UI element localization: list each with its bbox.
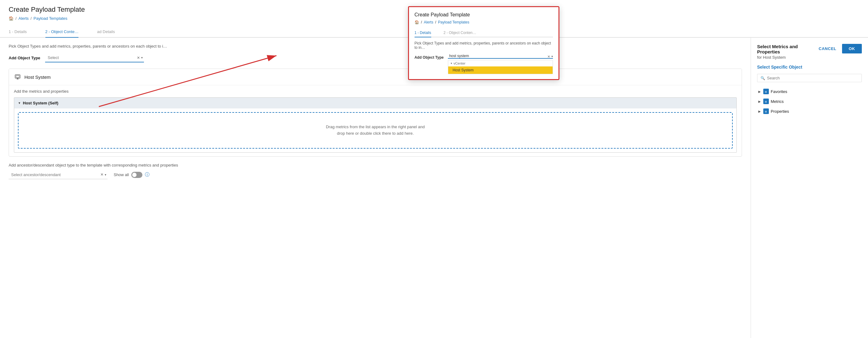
metrics-section: Add the metrics and properties ▾ Host Sy… [9, 85, 742, 156]
add-object-type-row: Add Object Type ✕ ▾ [9, 54, 742, 62]
self-accordion: ▾ Host System (Self) Drag metrics from t… [14, 97, 737, 153]
properties-chevron-icon: ▶ [758, 110, 761, 113]
tree-item-properties[interactable]: ▶ ⊞ Properties [757, 106, 862, 116]
svg-text:⊞: ⊞ [765, 91, 767, 93]
page-content: Pick Object Types and add metrics, prope… [0, 38, 868, 338]
chevron-down-icon[interactable]: ▾ [141, 56, 143, 59]
drop-zone-text: Drag metrics from the list appears in th… [326, 124, 425, 135]
host-system-header: Host System [9, 69, 742, 85]
ok-button[interactable]: OK [842, 44, 862, 54]
properties-icon: ⊞ [763, 109, 769, 114]
breadcrumb-sep1: / [16, 16, 17, 21]
host-system-card: Host System Add the metrics and properti… [9, 69, 742, 157]
metrics-icon: ⊞ [763, 98, 769, 104]
ancestor-label: Add ancestor/descendant object type to t… [9, 163, 742, 167]
svg-rect-1 [16, 75, 19, 78]
show-all-toggle[interactable] [131, 172, 143, 178]
ancestor-select[interactable]: ✕ ▾ [9, 171, 107, 179]
breadcrumb-sep2: / [31, 16, 32, 21]
step-description: Pick Object Types and add metrics, prope… [9, 44, 742, 49]
right-panel: Select Metrics and Properties for Host S… [751, 38, 868, 338]
tab-details[interactable]: 1 - Details [9, 26, 27, 37]
metrics-label: Metrics [771, 99, 784, 104]
ancestor-chevron-icon[interactable]: ▾ [105, 173, 106, 177]
breadcrumb-home[interactable]: 🏠 [9, 16, 13, 21]
search-input[interactable] [767, 76, 859, 80]
search-box[interactable]: 🔍 [757, 74, 862, 82]
ancestor-row: ✕ ▾ Show all ⓘ [9, 171, 742, 179]
host-system-title: Host System [24, 74, 51, 80]
favorites-label: Favorites [771, 89, 787, 94]
add-object-type-input[interactable] [45, 54, 144, 62]
add-object-type-label: Add Object Type [9, 56, 40, 60]
select-specific-label: Select Specific Object [757, 65, 862, 69]
breadcrumb-current[interactable]: Payload Templates [33, 16, 67, 21]
ancestor-select-icons: ✕ ▾ [100, 173, 106, 177]
self-label: Host System (Self) [23, 101, 58, 105]
wizard-tabs: 1 - Details 2 - Object Conte… ad Details [0, 26, 868, 38]
self-accordion-header[interactable]: ▾ Host System (Self) [14, 98, 736, 109]
properties-label: Properties [771, 109, 789, 114]
page-title: Create Payload Template [9, 6, 859, 13]
ancestor-clear-icon[interactable]: ✕ [100, 173, 103, 177]
favorites-icon: ⊞ [763, 89, 769, 94]
accordion-chevron-icon: ▾ [19, 101, 21, 105]
breadcrumb-alerts[interactable]: Alerts [19, 16, 29, 21]
tree-item-metrics[interactable]: ▶ ⊞ Metrics [757, 96, 862, 106]
ancestor-section: Add ancestor/descendant object type to t… [9, 163, 742, 179]
svg-text:⊞: ⊞ [765, 100, 767, 103]
right-panel-title: Select Metrics and Properties [757, 44, 816, 54]
right-panel-subtitle: for Host System [757, 55, 816, 60]
page-header: Create Payload Template 🏠 / Alerts / Pay… [0, 0, 868, 24]
favorites-chevron-icon: ▶ [758, 90, 761, 93]
clear-icon[interactable]: ✕ [137, 56, 140, 60]
host-system-icon [14, 73, 21, 81]
select-icons: ✕ ▾ [137, 56, 143, 60]
svg-text:⊞: ⊞ [765, 110, 767, 113]
tab-object-content[interactable]: 2 - Object Conte… [45, 26, 79, 37]
show-all-label: Show all [114, 173, 129, 177]
metrics-label: Add the metrics and properties [14, 89, 737, 94]
ancestor-input[interactable] [9, 171, 107, 179]
tree-item-favorites[interactable]: ▶ ⊞ Favorites [757, 87, 862, 96]
tab-payload-details[interactable]: ad Details [97, 26, 115, 37]
main-panel: Pick Object Types and add metrics, prope… [0, 38, 751, 338]
search-icon: 🔍 [761, 76, 765, 80]
show-all-row: Show all ⓘ [114, 172, 150, 178]
add-object-type-select[interactable]: ✕ ▾ [45, 54, 144, 62]
breadcrumb: 🏠 / Alerts / Payload Templates [9, 16, 859, 21]
info-icon[interactable]: ⓘ [145, 172, 150, 178]
right-panel-top: Select Metrics and Properties for Host S… [757, 44, 862, 65]
drop-zone: Drag metrics from the list appears in th… [18, 112, 733, 149]
cancel-button[interactable]: CANCEL [816, 45, 839, 52]
metrics-chevron-icon: ▶ [758, 100, 761, 103]
